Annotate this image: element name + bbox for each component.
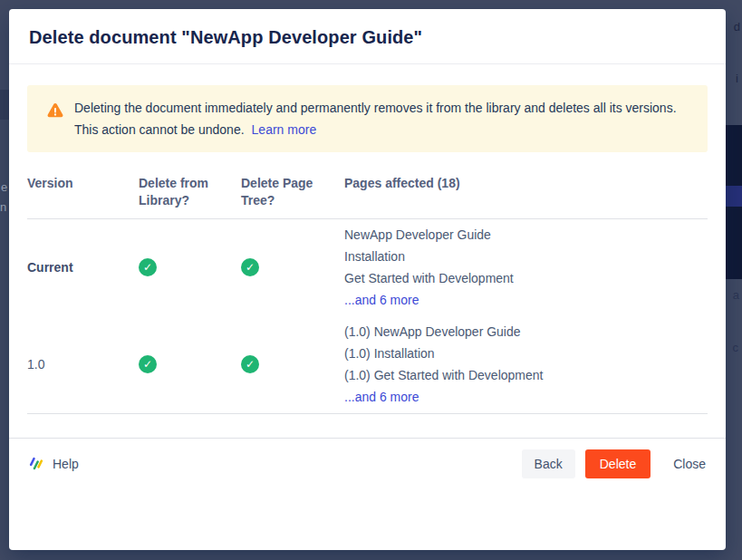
and-more-link[interactable]: ...and 6 more: [344, 293, 419, 307]
column-header-pages-affected: Pages affected (18): [344, 175, 708, 209]
pages-affected-cell: NewApp Developer Guide Installation Get …: [344, 224, 708, 311]
help-brand-icon: [27, 455, 45, 473]
learn-more-link[interactable]: Learn more: [252, 122, 317, 137]
check-icon: ✓: [241, 355, 259, 373]
table-row-current: Current ✓ ✓ NewApp Developer Guide Insta…: [27, 219, 708, 316]
help-control[interactable]: Help: [27, 449, 79, 478]
pages-affected-cell: (1.0) NewApp Developer Guide (1.0) Insta…: [344, 321, 708, 408]
delete-button[interactable]: Delete: [585, 449, 650, 478]
backdrop-text-fragment: e: [1, 180, 7, 194]
version-label: 1.0: [27, 357, 139, 372]
delete-document-dialog: Delete document "NewApp Developer Guide"…: [9, 9, 726, 550]
dialog-body: Deleting the document immediately and pe…: [9, 64, 726, 414]
page-name: Installation: [344, 246, 708, 267]
delete-from-library-cell: ✓: [139, 355, 241, 373]
check-icon: ✓: [241, 258, 259, 276]
back-button[interactable]: Back: [522, 449, 575, 478]
column-header-delete-from-library: Delete from Library?: [139, 175, 241, 209]
page-name: (1.0) NewApp Developer Guide: [344, 321, 708, 343]
versions-table-header: Version Delete from Library? Delete Page…: [27, 175, 708, 219]
check-icon: ✓: [139, 355, 157, 373]
dialog-header: Delete document "NewApp Developer Guide": [9, 9, 726, 64]
warning-banner: Deleting the document immediately and pe…: [27, 85, 708, 152]
dialog-title: Delete document "NewApp Developer Guide": [29, 27, 706, 48]
backdrop-text-fragment: a: [733, 288, 739, 302]
delete-page-tree-cell: ✓: [241, 355, 344, 373]
warning-triangle-icon: [45, 101, 65, 121]
versions-table: Version Delete from Library? Delete Page…: [27, 175, 708, 414]
dialog-footer: Help Back Delete Close: [9, 438, 726, 550]
warning-text: Deleting the document immediately and pe…: [74, 97, 693, 140]
page-name: Get Started with Development: [344, 267, 708, 289]
check-icon: ✓: [139, 258, 157, 276]
page-name: (1.0) Installation: [344, 343, 708, 364]
table-row-1-0: 1.0 ✓ ✓ (1.0) NewApp Developer Guide (1.…: [27, 316, 708, 413]
column-header-version: Version: [27, 175, 139, 209]
warning-message: Deleting the document immediately and pe…: [74, 101, 677, 137]
backdrop-text-fragment: i: [736, 72, 738, 85]
footer-actions: Back Delete Close: [522, 449, 708, 478]
column-header-delete-page-tree: Delete Page Tree?: [241, 175, 344, 209]
backdrop-blue-band: [725, 186, 742, 207]
page-name: (1.0) Get Started with Development: [344, 364, 708, 386]
backdrop-dark-panel: [725, 125, 742, 279]
help-label: Help: [53, 457, 79, 471]
backdrop-text-fragment: d: [734, 20, 740, 34]
delete-from-library-cell: ✓: [139, 258, 241, 276]
and-more-link[interactable]: ...and 6 more: [344, 390, 419, 404]
close-button[interactable]: Close: [671, 449, 708, 478]
delete-page-tree-cell: ✓: [241, 258, 344, 276]
version-label: Current: [27, 260, 139, 275]
page-name: NewApp Developer Guide: [344, 224, 708, 246]
versions-table-body: Current ✓ ✓ NewApp Developer Guide Insta…: [27, 219, 708, 414]
backdrop-text-fragment: c: [733, 341, 739, 354]
